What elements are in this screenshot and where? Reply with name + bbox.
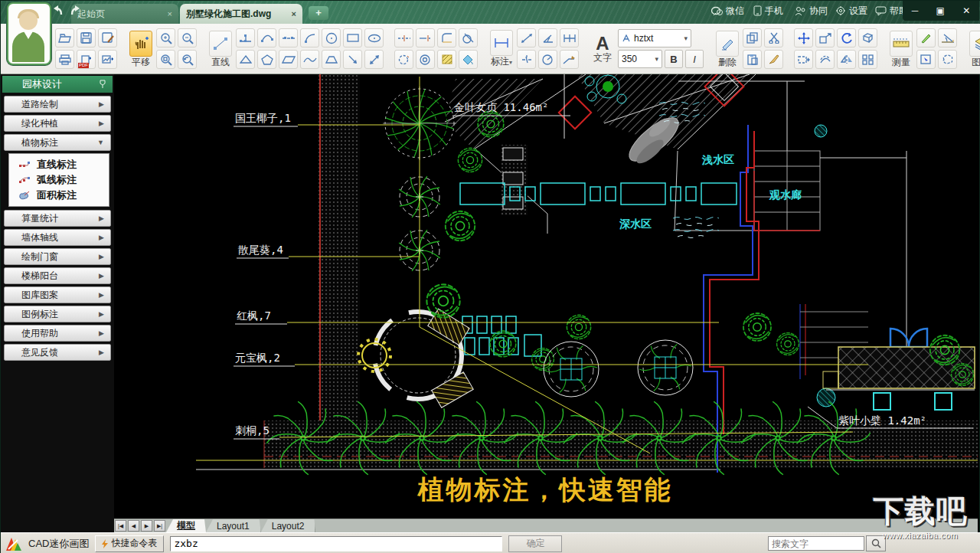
search-input[interactable] [768,536,864,551]
delete-tool-button[interactable] [716,31,739,57]
sidebar-item-quantity[interactable]: 算量统计▶ [4,210,111,227]
double-arrow-tool[interactable] [364,50,384,69]
sidebar-header[interactable]: 园林设计 [2,76,113,93]
tab-layout1[interactable]: Layout1 [206,519,261,532]
sidebar-item-stairs-balcony[interactable]: 楼梯阳台▶ [4,267,111,284]
command-input[interactable] [170,536,502,551]
triangle-tool[interactable] [236,50,255,69]
menu-collab[interactable]: 协同 [795,1,828,21]
extend-tool[interactable] [416,28,435,47]
export-image-button[interactable] [98,50,117,69]
sidebar-item-library[interactable]: 图库图案▶ [4,286,111,303]
lasso-select-tool[interactable] [938,50,957,69]
menu-phone[interactable]: 手机 [753,1,783,21]
submenu-arc-annotation[interactable]: 弧线标注 [11,172,107,188]
shortcut-commands-button[interactable]: 快捷命令表 [95,535,164,552]
mirror-tool[interactable] [837,50,856,69]
text-size-select[interactable]: 350 ▾ [618,50,662,68]
tab-start-page[interactable]: 起始页 × [71,4,178,24]
sidebar-item-legend[interactable]: 图例标注▶ [4,306,111,322]
rotate-tool[interactable] [837,28,856,47]
drawing-canvas[interactable]: 国王椰子,1 金叶女贞 11.46m² 散尾葵,4 红枫,7 元宝枫,2 刺桐,… [114,74,978,519]
line-tool-button[interactable] [209,31,232,57]
pentagon-tool[interactable] [257,50,276,69]
paste-button[interactable] [743,50,762,69]
close-button[interactable]: ✕ [962,6,970,15]
zoom-window-button[interactable] [156,50,175,69]
history-back-icon[interactable] [51,5,64,17]
submenu-line-annotation[interactable]: 直线标注 [11,157,107,172]
gradient-fill-tool[interactable] [459,50,478,69]
save-as-button[interactable] [98,28,117,47]
sidebar-item-help[interactable]: 使用帮助▶ [4,325,111,342]
menu-wechat[interactable]: 微信 [711,1,744,21]
polyline-arc-tool[interactable] [300,28,319,47]
aligned-dim-tool[interactable] [517,28,536,47]
text-tool-button[interactable]: A [596,35,609,52]
sidebar-item-doors-windows[interactable]: 绘制门窗▶ [4,248,111,265]
construction-line-tool[interactable] [279,28,298,47]
minimize-button[interactable]: ─ [912,6,919,15]
sidebar-item-feedback[interactable]: 意见反馈▶ [4,344,111,361]
ok-button[interactable]: 确定 [508,535,562,552]
tab-model[interactable]: 模型 [166,519,206,532]
layer-button[interactable] [969,31,980,57]
stretch-tool[interactable] [794,50,813,69]
rectangle-tool[interactable] [343,28,362,47]
pan-button[interactable] [129,31,152,57]
measure-tool-button[interactable] [890,31,913,57]
tab-close-icon[interactable]: × [168,9,172,18]
hatch-tool[interactable] [437,50,456,69]
array-tool[interactable] [858,50,877,69]
zoom-previous-button[interactable] [178,50,197,69]
search-button[interactable] [866,535,886,551]
zoom-in-button[interactable] [156,28,175,47]
copy-button[interactable] [743,28,762,47]
menu-settings[interactable]: 设置 [835,1,867,21]
broken-dim-tool[interactable] [517,50,536,69]
spline-tool[interactable] [300,50,319,69]
scale-tool[interactable] [815,28,835,47]
italic-button[interactable]: I [685,50,704,68]
move-tool[interactable] [794,28,813,47]
sidebar-item-planting[interactable]: 绿化种植 ▶ [4,115,111,132]
sidebar-item-plant-annotation[interactable]: 植物标注 ▼ [4,134,111,151]
offset-tool[interactable] [815,50,835,69]
circle-tool[interactable] [322,28,341,47]
open-file-button[interactable] [55,28,74,47]
tab-drawing[interactable]: 别墅绿化施工图.dwg × [180,4,302,24]
user-avatar[interactable] [7,2,51,65]
sidebar-item-wall-axis[interactable]: 墙体轴线▶ [4,229,111,246]
orbit-view-tool[interactable] [858,28,877,47]
cad-drawing[interactable]: 国王椰子,1 金叶女贞 11.46m² 散尾葵,4 红枫,7 元宝枫,2 刺桐,… [114,74,978,519]
maximize-button[interactable]: ▣ [936,6,945,15]
sidebar-item-road[interactable]: 道路绘制 ▶ [4,96,111,113]
export-pdf-button[interactable]: PDF [77,50,96,69]
leader-dim-tool[interactable] [560,50,579,69]
tab-layout2[interactable]: Layout2 [261,519,316,532]
revision-cloud-tool[interactable] [394,50,413,69]
pick-select-tool[interactable] [916,50,936,69]
ring-tool[interactable] [416,50,435,69]
radius-dim-tool[interactable] [538,50,557,69]
dimension-tool-button[interactable] [490,30,513,56]
parallelogram-tool[interactable] [279,50,298,69]
tab-close-icon[interactable]: × [292,9,296,18]
trapezoid-tool[interactable] [322,50,341,69]
next-layout-button[interactable]: ▶ [141,520,152,532]
prev-layout-button[interactable]: ◀ [128,520,139,532]
new-tab-button[interactable]: + [309,6,328,20]
edit-entity-tool[interactable] [916,28,936,47]
submenu-area-annotation[interactable]: 面积标注 [11,188,107,203]
history-forward-icon[interactable] [69,5,82,17]
format-painter-button[interactable] [764,50,783,69]
fillet-tool[interactable] [437,28,456,47]
tangent-circle-tool[interactable] [459,28,478,47]
print-button[interactable] [55,50,74,69]
save-button[interactable] [77,28,96,47]
trim-tool[interactable] [394,28,413,47]
bold-button[interactable]: B [665,50,683,68]
continue-dim-tool[interactable] [560,28,579,47]
arrow-tool[interactable] [343,50,362,69]
pin-icon[interactable] [99,80,106,91]
